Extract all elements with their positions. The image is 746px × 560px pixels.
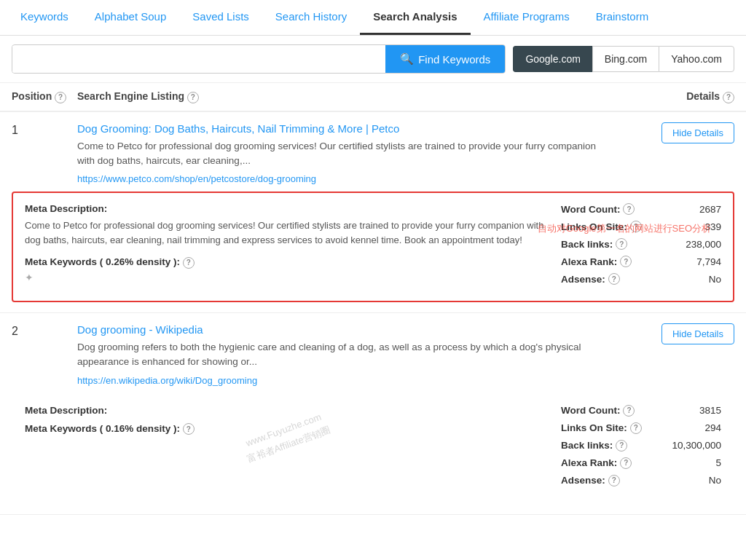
position-help-icon[interactable]: ? (55, 92, 66, 103)
nav-search-history[interactable]: Search History (262, 0, 360, 35)
result-desc-2: Dog grooming refers to both the hygienic… (77, 340, 610, 370)
nav-saved-lists[interactable]: Saved Lists (179, 0, 262, 35)
result-main-1: 1 Dog Grooming: Dog Baths, Haircuts, Nai… (0, 112, 746, 192)
result-position-2: 2 (12, 323, 77, 338)
nav-search-analysis[interactable]: Search Analysis (360, 0, 470, 35)
details-help-icon[interactable]: ? (723, 92, 734, 103)
meta-keywords-help-1[interactable]: ? (183, 257, 195, 269)
alexa-help-2[interactable]: ? (620, 457, 632, 469)
engine-yahoo[interactable]: Yahoo.com (659, 46, 734, 72)
stats-section-1: Word Count: ? 2687 Links On Site: ? 339 … (561, 203, 721, 291)
search-input-wrap: dog grooming 🔍 Find Keywords (12, 44, 506, 74)
alexa-help-1[interactable]: ? (620, 256, 632, 267)
meta-keywords-label-1: Meta Keywords ( 0.26% density ): ? (25, 256, 554, 269)
meta-section-1: Meta Description: Come to Petco for prof… (25, 203, 554, 291)
nav-affiliate-programs[interactable]: Affiliate Programs (471, 0, 583, 35)
col-details: Details ? (618, 90, 734, 103)
meta-description-label-1: Meta Description: (25, 203, 554, 214)
details-panel-1: Meta Description: Come to Petco for prof… (12, 192, 734, 302)
result-row-1: 1 Dog Grooming: Dog Baths, Haircuts, Nai… (0, 112, 746, 314)
top-nav: Keywords Alphabet Soup Saved Lists Searc… (0, 0, 746, 36)
table-header: Position ? Search Engine Listing ? Detai… (0, 83, 746, 112)
engine-buttons: Google.com Bing.com Yahoo.com (513, 46, 734, 72)
result-url-1[interactable]: https://www.petco.com/shop/en/petcostore… (77, 173, 316, 184)
stat-links-2: Links On Site: ? 294 (561, 422, 721, 434)
meta-keywords-help-2[interactable]: ? (183, 423, 195, 435)
engine-bing[interactable]: Bing.com (592, 46, 659, 72)
stats-section-2: Word Count: ? 3815 Links On Site: ? 294 … (561, 405, 721, 492)
result-content-1: Dog Grooming: Dog Baths, Haircuts, Nail … (77, 122, 618, 185)
details-panel-2: Meta Description: Meta Keywords ( 0.16% … (12, 393, 734, 504)
backlinks-help-2[interactable]: ? (616, 440, 627, 451)
hide-details-button-2[interactable]: Hide Details (661, 323, 734, 344)
nav-alphabet-soup[interactable]: Alphabet Soup (82, 0, 179, 35)
result-title-link-1[interactable]: Dog Grooming: Dog Baths, Haircuts, Nail … (77, 122, 399, 135)
result-url-2[interactable]: https://en.wikipedia.org/wiki/Dog_groomi… (77, 375, 257, 386)
result-title-2: Dog grooming - Wikipedia (77, 323, 610, 336)
links-help-1[interactable]: ? (630, 221, 642, 232)
find-keywords-button[interactable]: 🔍 Find Keywords (385, 45, 505, 73)
result-desc-1: Come to Petco for professional dog groom… (77, 139, 610, 169)
hide-details-button-1[interactable]: Hide Details (661, 122, 734, 143)
stat-backlinks-2: Back links: ? 10,300,000 (561, 440, 721, 451)
meta-description-text-1: Come to Petco for professional dog groom… (25, 218, 554, 248)
meta-keywords-val-1: ✦ (25, 272, 554, 283)
result-title-1: Dog Grooming: Dog Baths, Haircuts, Nail … (77, 122, 610, 135)
adsense-help-2[interactable]: ? (608, 475, 620, 486)
stat-word-count-1: Word Count: ? 2687 (561, 203, 721, 215)
nav-keywords[interactable]: Keywords (7, 0, 82, 35)
result-title-link-2[interactable]: Dog grooming - Wikipedia (77, 323, 203, 336)
stat-alexa-2: Alexa Rank: ? 5 (561, 457, 721, 469)
adsense-help-1[interactable]: ? (608, 273, 620, 285)
result-row-2: 2 Dog grooming - Wikipedia Dog grooming … (0, 313, 746, 515)
col-listing: Search Engine Listing ? (77, 90, 618, 103)
word-count-help-2[interactable]: ? (623, 405, 635, 417)
listing-help-icon[interactable]: ? (187, 92, 199, 103)
result-content-2: Dog grooming - Wikipedia Dog grooming re… (77, 323, 618, 386)
nav-brainstorm[interactable]: Brainstorm (583, 0, 662, 35)
word-count-help-1[interactable]: ? (623, 203, 635, 215)
result-position-1: 1 (12, 122, 77, 137)
links-help-2[interactable]: ? (630, 422, 642, 434)
result-actions-1: Hide Details (618, 122, 734, 143)
backlinks-help-1[interactable]: ? (616, 238, 627, 250)
search-input[interactable]: dog grooming (12, 46, 385, 73)
result-main-2: 2 Dog grooming - Wikipedia Dog grooming … (0, 313, 746, 393)
search-icon: 🔍 (400, 52, 414, 66)
stat-alexa-1: Alexa Rank: ? 7,794 (561, 256, 721, 267)
results-list: 1 Dog Grooming: Dog Baths, Haircuts, Nai… (0, 112, 746, 515)
engine-google[interactable]: Google.com (513, 46, 592, 72)
col-position: Position ? (12, 90, 77, 103)
stat-word-count-2: Word Count: ? 3815 (561, 405, 721, 417)
result-actions-2: Hide Details (618, 323, 734, 344)
meta-keywords-label-2: Meta Keywords ( 0.16% density ): ? (25, 423, 554, 435)
search-bar: dog grooming 🔍 Find Keywords Google.com … (0, 36, 746, 83)
stat-adsense-1: Adsense: ? No (561, 273, 721, 285)
meta-section-2: Meta Description: Meta Keywords ( 0.16% … (25, 405, 554, 492)
stat-adsense-2: Adsense: ? No (561, 475, 721, 486)
find-keywords-label: Find Keywords (418, 53, 490, 66)
meta-description-label-2: Meta Description: (25, 405, 554, 416)
stat-links-1: Links On Site: ? 339 (561, 221, 721, 232)
stat-backlinks-1: Back links: ? 238,000 (561, 238, 721, 250)
